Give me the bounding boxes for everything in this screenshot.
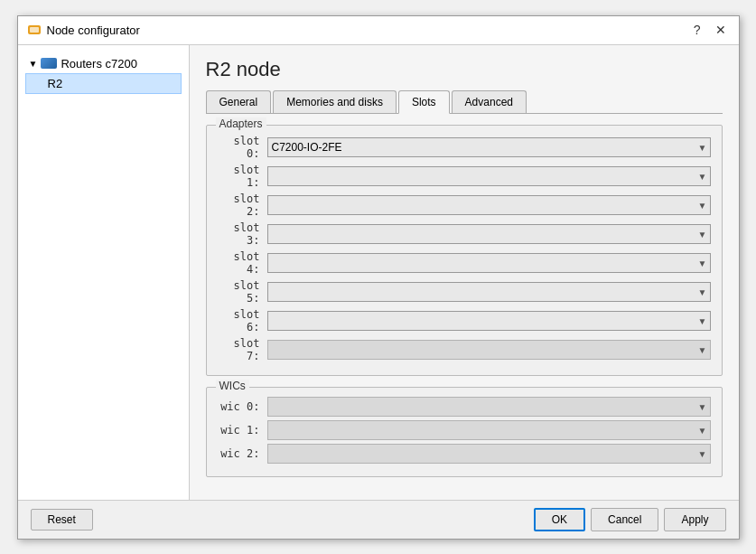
- tab-slots[interactable]: Slots: [398, 90, 450, 114]
- slot-select[interactable]: [267, 195, 711, 215]
- slot-select[interactable]: [267, 311, 711, 331]
- router-icon: [41, 58, 57, 69]
- slot-label: slot 3:: [218, 221, 267, 247]
- slot-select: [267, 340, 711, 360]
- wics-slots-container: wic 0:▼wic 1:▼wic 2:▼: [218, 397, 711, 464]
- slot-row: slot 1:▼: [218, 164, 711, 189]
- slot-select: [267, 420, 711, 440]
- app-icon: [27, 23, 42, 37]
- tab-bar: General Memories and disks Slots Advance…: [206, 90, 723, 114]
- sidebar: ▼ Routers c7200 R2: [18, 45, 190, 500]
- reset-button[interactable]: Reset: [31, 509, 93, 531]
- close-button[interactable]: ✕: [712, 23, 730, 37]
- slot-select-wrapper: ▼: [267, 195, 711, 215]
- slot-row: wic 2:▼: [218, 444, 711, 464]
- title-bar-left: Node configurator: [27, 23, 140, 37]
- adapters-slots-container: slot 0:C7200-IO-2FE▼slot 1:▼slot 2:▼slot…: [218, 135, 711, 362]
- sidebar-group-label: Routers c7200: [61, 57, 137, 70]
- slot-label: slot 5:: [218, 279, 267, 305]
- slot-select: [267, 444, 711, 464]
- slot-select-wrapper: ▼: [267, 397, 711, 417]
- slot-row: slot 0:C7200-IO-2FE▼: [218, 135, 711, 160]
- slot-row: wic 0:▼: [218, 397, 711, 417]
- slot-select-wrapper: ▼: [267, 166, 711, 186]
- sidebar-group-header[interactable]: ▼ Routers c7200: [25, 54, 182, 73]
- tab-advanced[interactable]: Advanced: [452, 90, 527, 113]
- sidebar-item-r2[interactable]: R2: [25, 73, 182, 94]
- main-panel: R2 node General Memories and disks Slots…: [190, 45, 739, 500]
- slot-select-wrapper: ▼: [267, 311, 711, 331]
- title-bar-controls: ? ✕: [690, 23, 730, 37]
- slot-label: wic 0:: [218, 400, 267, 413]
- sidebar-item-label: R2: [48, 77, 63, 90]
- footer-right: OK Cancel Apply: [534, 508, 726, 531]
- slot-label: slot 0:: [218, 135, 267, 160]
- slot-label: slot 7:: [218, 337, 267, 362]
- slot-select-wrapper: ▼: [267, 253, 711, 273]
- slot-label: wic 2:: [218, 447, 267, 460]
- slot-select[interactable]: [267, 166, 711, 186]
- slot-select-wrapper: ▼: [267, 282, 711, 302]
- slot-select[interactable]: C7200-IO-2FE: [267, 137, 711, 157]
- tab-general[interactable]: General: [206, 90, 272, 113]
- dialog-footer: Reset OK Cancel Apply: [18, 500, 739, 539]
- slot-row: slot 3:▼: [218, 221, 711, 247]
- slot-select-wrapper: C7200-IO-2FE▼: [267, 137, 711, 157]
- sidebar-group-routers: ▼ Routers c7200 R2: [18, 52, 189, 96]
- slot-select-wrapper: ▼: [267, 444, 711, 464]
- slot-select: [267, 397, 711, 417]
- slot-select[interactable]: [267, 253, 711, 273]
- cancel-button[interactable]: Cancel: [591, 508, 658, 531]
- slot-label: slot 6:: [218, 308, 267, 333]
- apply-button[interactable]: Apply: [664, 508, 725, 531]
- slot-row: slot 5:▼: [218, 279, 711, 305]
- node-configurator-dialog: Node configurator ? ✕ ▼ Routers c7200 R2: [17, 15, 740, 540]
- slot-label: wic 1:: [218, 424, 267, 437]
- wics-legend: WICs: [216, 380, 249, 392]
- slot-label: slot 1:: [218, 164, 267, 189]
- adapters-legend: Adapters: [216, 117, 266, 130]
- slot-row: slot 7:▼: [218, 337, 711, 362]
- slot-row: wic 1:▼: [218, 420, 711, 440]
- svg-rect-1: [30, 27, 39, 33]
- wics-section: WICs wic 0:▼wic 1:▼wic 2:▼: [206, 387, 723, 477]
- adapters-section: Adapters slot 0:C7200-IO-2FE▼slot 1:▼slo…: [206, 125, 723, 376]
- slot-row: slot 2:▼: [218, 192, 711, 218]
- slot-select[interactable]: [267, 282, 711, 302]
- slot-select-wrapper: ▼: [267, 420, 711, 440]
- node-title: R2 node: [206, 58, 723, 81]
- tab-memories-and-disks[interactable]: Memories and disks: [273, 90, 397, 113]
- slot-select-wrapper: ▼: [267, 224, 711, 244]
- slot-row: slot 6:▼: [218, 308, 711, 333]
- slot-label: slot 4:: [218, 250, 267, 276]
- expand-arrow-icon: ▼: [29, 59, 38, 69]
- ok-button[interactable]: OK: [534, 508, 585, 531]
- slot-label: slot 2:: [218, 192, 267, 218]
- footer-left: Reset: [31, 509, 93, 531]
- slot-select[interactable]: [267, 224, 711, 244]
- slot-select-wrapper: ▼: [267, 340, 711, 360]
- title-bar: Node configurator ? ✕: [18, 16, 739, 45]
- dialog-title: Node configurator: [47, 23, 140, 37]
- slot-row: slot 4:▼: [218, 250, 711, 276]
- dialog-body: ▼ Routers c7200 R2 R2 node General Memor…: [18, 45, 739, 500]
- help-button[interactable]: ?: [690, 23, 705, 37]
